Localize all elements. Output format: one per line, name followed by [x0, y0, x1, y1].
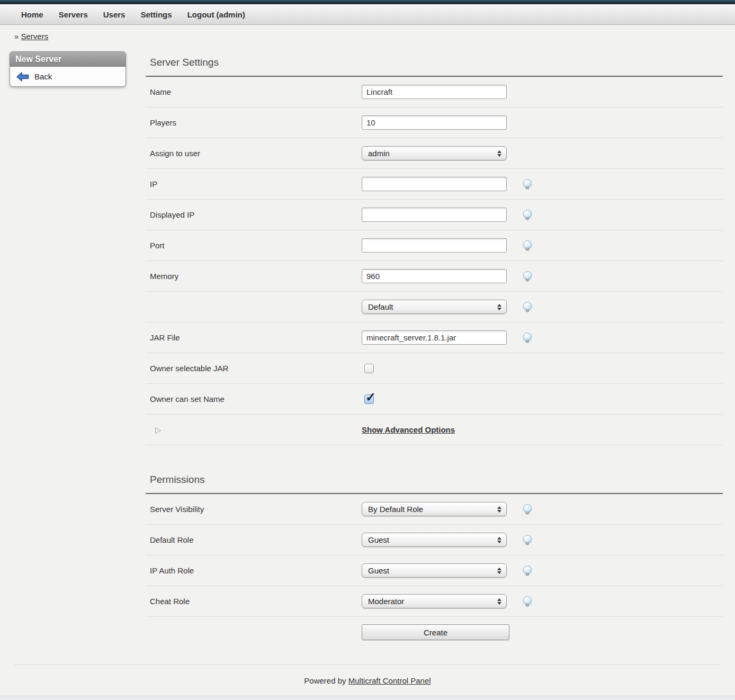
players-label: Players — [146, 118, 362, 127]
displayed-ip-label: Displayed IP — [146, 210, 362, 219]
ip-auth-role-value: Guest — [368, 566, 497, 575]
nav-settings[interactable]: Settings — [140, 10, 172, 19]
name-input[interactable] — [362, 85, 507, 99]
row-owner-selectable-jar: Owner selectable JAR — [146, 353, 723, 384]
permissions-heading: Permissions — [146, 469, 723, 493]
select-arrows-icon — [497, 506, 501, 513]
multicraft-link[interactable]: Multicraft Control Panel — [348, 676, 431, 685]
nav-users[interactable]: Users — [103, 10, 126, 19]
memory-help-bulb-icon[interactable] — [522, 271, 533, 282]
permissions-section: Permissions Server Visibility By Default… — [146, 469, 723, 648]
advanced-toggle-triangle-icon[interactable]: ▷ — [155, 425, 162, 434]
server-visibility-value: By Default Role — [368, 505, 497, 514]
back-button[interactable]: Back — [10, 67, 126, 86]
cheat-role-help-bulb-icon[interactable] — [522, 596, 533, 607]
breadcrumb-servers-link[interactable]: Servers — [21, 32, 49, 41]
jar-file-help-bulb-icon[interactable] — [522, 332, 533, 344]
sidebar-title: New Server — [10, 52, 126, 67]
bottom-strip — [0, 696, 735, 700]
owner-selectable-jar-checkbox[interactable] — [364, 364, 374, 373]
back-arrow-icon — [16, 72, 29, 82]
assign-to-user-label: Assign to user — [146, 149, 362, 158]
owner-can-set-name-checkbox[interactable] — [364, 394, 374, 404]
multicraft-new-server-page: Home Servers Users Settings Logout (admi… — [0, 0, 735, 700]
ip-help-bulb-icon[interactable] — [522, 178, 533, 190]
main-nav: Home Servers Users Settings Logout (admi… — [0, 4, 735, 25]
row-create: Create — [146, 617, 723, 648]
default-role-select[interactable]: Guest — [362, 533, 507, 547]
server-settings-heading: Server Settings — [146, 51, 723, 76]
memory-label: Memory — [146, 272, 362, 281]
show-advanced-options-link[interactable]: Show Advanced Options — [362, 425, 455, 434]
port-help-bulb-icon[interactable] — [522, 240, 533, 252]
breadcrumb-marker: » — [14, 32, 19, 41]
row-ip-auth-role: IP Auth Role Guest — [146, 555, 723, 586]
jar-file-input[interactable] — [362, 330, 507, 345]
nav-servers[interactable]: Servers — [59, 10, 88, 19]
back-label: Back — [34, 72, 52, 81]
assign-to-user-value: admin — [368, 149, 497, 158]
row-players: Players — [146, 107, 723, 138]
select-arrows-icon — [497, 150, 501, 157]
memory-input[interactable] — [362, 269, 507, 283]
displayed-ip-help-bulb-icon[interactable] — [522, 209, 533, 221]
displayed-ip-input[interactable] — [362, 208, 507, 222]
owner-can-set-name-label: Owner can set Name — [146, 394, 362, 403]
jar-file-label: JAR File — [146, 333, 362, 342]
ip-auth-role-select[interactable]: Guest — [362, 563, 507, 578]
row-name: Name — [146, 77, 723, 107]
row-memory: Memory — [146, 261, 723, 292]
ip-input[interactable] — [362, 177, 507, 191]
row-default-role: Default Role Guest — [146, 525, 723, 555]
cheat-role-value: Moderator — [368, 597, 497, 606]
assign-to-user-select[interactable]: admin — [362, 146, 507, 160]
name-label: Name — [146, 87, 362, 96]
row-ip: IP — [146, 169, 723, 200]
nav-logout[interactable]: Logout (admin) — [187, 10, 245, 19]
memory-preset-help-bulb-icon[interactable] — [522, 301, 533, 313]
ip-label: IP — [146, 180, 362, 189]
row-server-visibility: Server Visibility By Default Role — [146, 494, 723, 525]
port-input[interactable] — [362, 238, 507, 253]
row-jar-file: JAR File — [146, 322, 723, 353]
create-button[interactable]: Create — [362, 624, 509, 640]
row-owner-can-set-name: Owner can set Name — [146, 384, 723, 415]
server-visibility-label: Server Visibility — [146, 505, 362, 514]
footer-powered-by-text: Powered by — [304, 676, 346, 685]
default-role-help-bulb-icon[interactable] — [522, 534, 533, 546]
main-content: Server Settings Name Players Assign to u… — [146, 51, 723, 648]
server-visibility-help-bulb-icon[interactable] — [522, 504, 533, 515]
ip-auth-role-label: IP Auth Role — [146, 566, 362, 575]
row-port: Port — [146, 230, 723, 261]
memory-preset-value: Default — [368, 302, 497, 311]
default-role-value: Guest — [368, 535, 497, 544]
row-cheat-role: Cheat Role Moderator — [146, 586, 723, 617]
memory-preset-select[interactable]: Default — [362, 300, 507, 314]
server-visibility-select[interactable]: By Default Role — [362, 502, 507, 516]
new-server-menu: New Server Back — [10, 51, 126, 87]
port-label: Port — [146, 241, 362, 250]
default-role-label: Default Role — [146, 535, 362, 544]
cheat-role-label: Cheat Role — [146, 597, 362, 606]
breadcrumb: » Servers — [14, 32, 735, 41]
footer: Powered by Multicraft Control Panel — [14, 665, 721, 685]
top-accent-bar — [0, 0, 735, 4]
row-assign-to-user: Assign to user admin — [146, 138, 723, 169]
owner-selectable-jar-label: Owner selectable JAR — [146, 364, 362, 373]
players-input[interactable] — [362, 115, 507, 130]
cheat-role-select[interactable]: Moderator — [362, 594, 507, 608]
ip-auth-role-help-bulb-icon[interactable] — [522, 565, 533, 577]
nav-home[interactable]: Home — [21, 10, 43, 19]
select-arrows-icon — [497, 598, 501, 605]
select-arrows-icon — [497, 568, 501, 574]
row-advanced-options: ▷ Show Advanced Options — [146, 415, 723, 445]
row-displayed-ip: Displayed IP — [146, 200, 723, 230]
select-arrows-icon — [497, 304, 501, 310]
row-memory-preset: Default — [146, 292, 723, 322]
select-arrows-icon — [497, 537, 501, 543]
